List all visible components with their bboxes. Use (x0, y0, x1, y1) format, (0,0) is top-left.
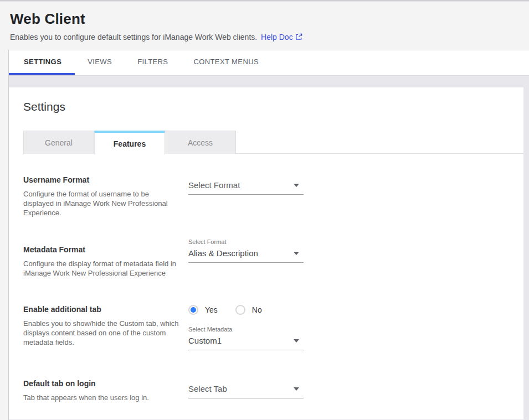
sub-tabbar: General Features Access (23, 131, 523, 154)
field-enable-additional-tab: Enable additional tab Enables you to sho… (23, 305, 523, 350)
help-doc-label: Help Doc (261, 33, 293, 42)
external-link-icon (295, 33, 302, 40)
content-area: SETTINGS VIEWS FILTERS CONTEXT MENUS Set… (8, 50, 529, 420)
radio-label: Yes (205, 305, 218, 314)
chevron-down-icon (294, 387, 299, 391)
radio-selected-icon (188, 305, 198, 315)
field-label: Default tab on login (23, 379, 188, 388)
field-label: Enable additional tab (23, 305, 188, 314)
dropdown-placeholder: Select Tab (188, 384, 227, 394)
field-description: Configure the display format of metadata… (23, 259, 181, 278)
chevron-down-icon (294, 252, 299, 255)
dropdown-control: Select Format (188, 180, 304, 195)
chevron-down-icon (294, 184, 299, 187)
field-control-column: Select Format Alias & Description (188, 245, 304, 278)
subtab-features[interactable]: Features (94, 131, 165, 154)
field-description: Configure the format of username to be d… (23, 189, 181, 217)
tab-settings[interactable]: SETTINGS (9, 50, 75, 75)
field-control-column: Select Tab (188, 379, 304, 402)
dropdown-control: Select Tab (188, 384, 304, 398)
dropdown-control: Custom1 (188, 336, 304, 350)
subtab-access[interactable]: Access (165, 131, 236, 154)
dropdown-control: Alias & Description (188, 248, 304, 263)
username-format-dropdown[interactable]: Select Format (188, 175, 304, 195)
page-subtitle: Enables you to configure default setting… (10, 33, 518, 42)
dropdown-value: Custom1 (188, 336, 222, 346)
tab-filters[interactable]: FILTERS (125, 50, 181, 75)
panel-heading: Settings (23, 100, 523, 113)
field-control-column: Yes No Select Metadata Custom1 (188, 305, 304, 350)
enable-additional-tab-radio-group: Yes No (188, 305, 304, 315)
field-text-column: Metadata Format Configure the display fo… (23, 245, 188, 278)
field-text-column: Default tab on login Tab that appears wh… (23, 379, 188, 402)
radio-no[interactable]: No (235, 305, 262, 315)
dropdown-label: Select Format (188, 238, 304, 246)
dropdown-placeholder: Select Format (188, 180, 240, 190)
radio-dot (191, 307, 196, 313)
dropdown-value: Alias & Description (188, 248, 258, 258)
tab-context-menus[interactable]: CONTEXT MENUS (181, 50, 271, 75)
field-description: Tab that appears when the users log in. (23, 393, 181, 402)
field-label: Metadata Format (23, 245, 188, 255)
chevron-down-icon (294, 339, 299, 343)
page-title: Web Client (10, 11, 518, 28)
field-metadata-format: Metadata Format Configure the display fo… (23, 245, 523, 278)
radio-unselected-icon (235, 305, 245, 315)
field-text-column: Username Format Configure the format of … (23, 175, 188, 217)
page-header: Web Client Enables you to configure defa… (0, 2, 529, 50)
field-default-tab-on-login: Default tab on login Tab that appears wh… (23, 379, 523, 402)
subtab-general[interactable]: General (23, 131, 94, 154)
main-tabbar: SETTINGS VIEWS FILTERS CONTEXT MENUS (9, 50, 529, 76)
field-username-format: Username Format Configure the format of … (23, 175, 523, 217)
settings-panel: Settings General Features Access Usernam… (9, 87, 523, 419)
metadata-format-dropdown[interactable]: Select Format Alias & Description (188, 238, 304, 263)
subtitle-text: Enables you to configure default setting… (10, 33, 257, 42)
default-tab-dropdown[interactable]: Select Tab (188, 379, 304, 398)
select-metadata-dropdown[interactable]: Select Metadata Custom1 (188, 326, 304, 350)
help-doc-link[interactable]: Help Doc (261, 33, 302, 42)
dropdown-label: Select Metadata (188, 326, 304, 333)
field-description: Enables you to show/hide the Custom tab,… (23, 319, 181, 347)
field-control-column: Select Format (188, 175, 304, 217)
tab-views[interactable]: VIEWS (75, 50, 125, 75)
radio-yes[interactable]: Yes (188, 305, 218, 315)
field-text-column: Enable additional tab Enables you to sho… (23, 305, 188, 350)
field-label: Username Format (23, 175, 188, 185)
radio-label: No (252, 305, 262, 314)
